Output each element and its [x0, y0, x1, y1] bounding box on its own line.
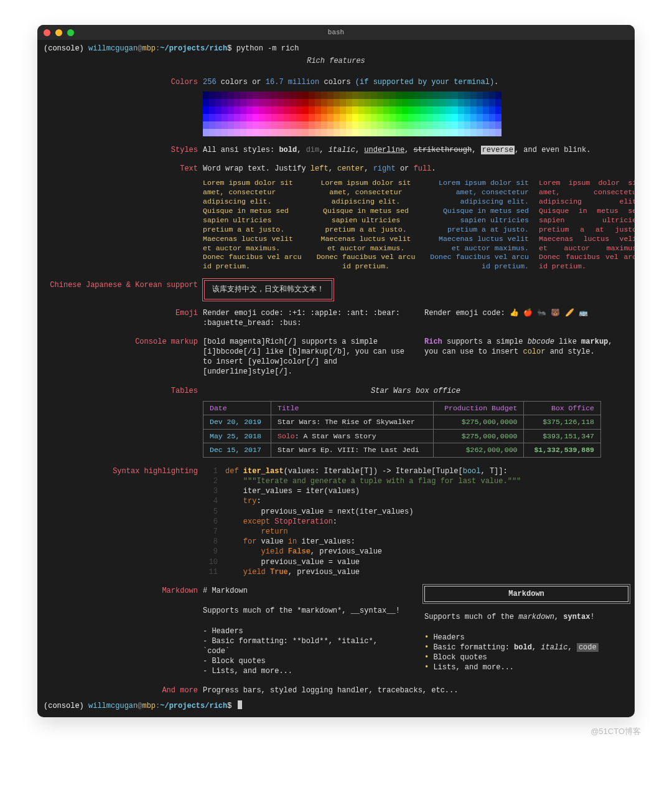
cursor [238, 700, 242, 709]
section-label-syntax: Syntax highlighting [44, 466, 203, 577]
section-label-markup: Console markup [44, 337, 203, 377]
section-label-emoji: Emoji [44, 308, 203, 328]
cjk-box: 该库支持中文，日文和韩文文本！ [204, 280, 332, 299]
section-label-markdown: Markdown [44, 586, 203, 677]
prompt-line: (console) willmcgugan@mbp:~/projects/ric… [44, 44, 628, 54]
terminal-content[interactable]: (console) willmcgugan@mbp:~/projects/ric… [37, 40, 635, 717]
emoji-rendered: Render emoji code: 👍 🍎 🐜 🐻 🥖 🚌 [424, 308, 628, 328]
justify-right: Lorem ipsum dolor sit amet, consectetur … [427, 179, 529, 271]
page-title: Rich features [44, 54, 628, 68]
emoji-section: Render emoji code: :+1: :apple: :ant: :b… [203, 308, 628, 328]
table-title: Star Wars box office [203, 386, 628, 398]
text-section: Word wrap text. Justify left, center, ri… [203, 164, 635, 272]
star-wars-table: DateTitleProduction BudgetBox OfficeDev … [203, 401, 601, 458]
styles-line: All ansi styles: bold, dim, italic, unde… [203, 145, 628, 155]
terminal-window: bash (console) willmcgugan@mbp:~/project… [37, 25, 635, 717]
zoom-icon[interactable] [67, 29, 74, 36]
section-label-styles: Styles [44, 145, 203, 155]
close-icon[interactable] [44, 29, 50, 36]
section-label-cjk: Chinese Japanese & Korean support [44, 280, 203, 299]
section-label-colors: Colors [44, 77, 203, 136]
prompt-line-2: (console) willmcgugan@mbp:~/projects/ric… [44, 700, 628, 711]
markup-rendered: Rich supports a simple bbcode like marku… [424, 337, 628, 377]
tables-section: Star Wars box office DateTitleProduction… [203, 386, 628, 458]
emoji-codes: Render emoji code: :+1: :apple: :ant: :b… [203, 308, 407, 328]
markup-section: [bold magenta]Rich[/] supports a simple … [203, 337, 628, 377]
markdown-section: # Markdown Supports much of the *markdow… [203, 586, 628, 677]
justify-center: Lorem ipsum dolor sit amet, consectetur … [315, 179, 417, 271]
and-more-line: Progress bars, styled logging handler, t… [203, 685, 628, 695]
justify-full: Lorem ipsum dolor sit amet, consectetur … [539, 179, 635, 271]
color-spectrum [203, 92, 628, 136]
markdown-heading-box: Markdown [424, 586, 628, 602]
markup-raw: [bold magenta]Rich[/] supports a simple … [203, 337, 407, 377]
window-title: bash [328, 28, 344, 37]
section-label-tables: Tables [44, 386, 203, 458]
watermark: @51CTO博客 [12, 717, 660, 737]
titlebar: bash [37, 25, 635, 40]
section-label-more: And more [44, 685, 203, 695]
markdown-raw: # Markdown Supports much of the *markdow… [203, 586, 407, 677]
colors-line: 256 colors or 16.7 million colors (if su… [203, 77, 628, 136]
syntax-block: 1def iter_last(values: Iterable[T]) -> I… [203, 466, 628, 577]
section-label-text: Text [44, 164, 203, 272]
markdown-rendered: Markdown Supports much of the markdown, … [424, 586, 628, 677]
justify-left: Lorem ipsum dolor sit amet, consectetur … [203, 179, 305, 271]
minimize-icon[interactable] [55, 29, 62, 36]
